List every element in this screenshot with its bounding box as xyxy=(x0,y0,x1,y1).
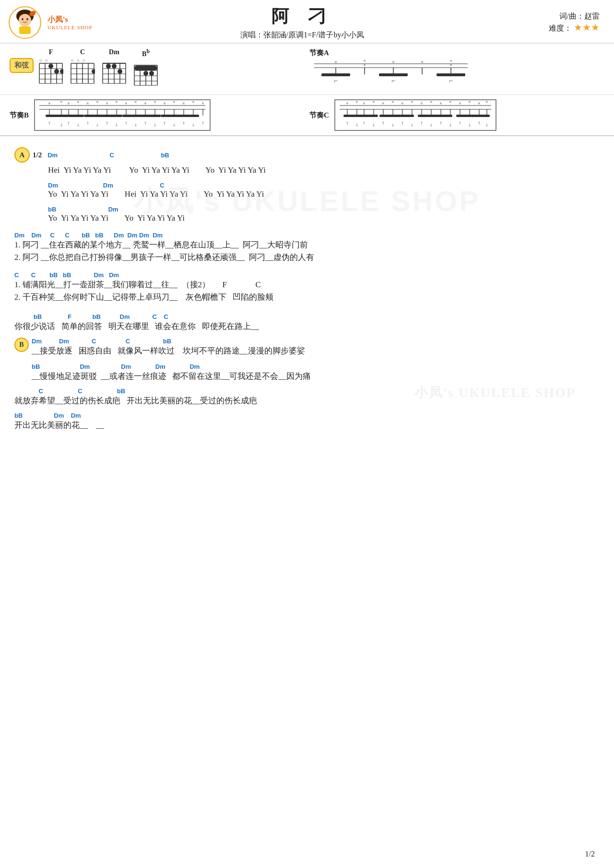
svg-text:×: × xyxy=(459,101,461,106)
svg-text:↓: ↓ xyxy=(355,121,358,127)
chord-C-name: C xyxy=(80,48,85,56)
svg-text:○: ○ xyxy=(39,58,42,63)
chord-F-name: F xyxy=(49,48,53,56)
svg-text:↓: ↓ xyxy=(372,121,375,127)
svg-text:×: × xyxy=(163,101,166,106)
chord-Bb-name: Bb xyxy=(142,48,150,58)
difficulty-area: 词/曲：赵雷 难度： ★★★ xyxy=(504,12,600,34)
svg-text:○: ○ xyxy=(45,58,47,63)
svg-text:×: × xyxy=(134,99,137,105)
section-A-marker: A xyxy=(14,147,30,163)
difficulty-stars: ★★★ xyxy=(574,24,600,32)
svg-text:×: × xyxy=(363,101,366,106)
svg-point-47 xyxy=(112,64,117,69)
rhythm-C-section: 节奏C × × × × × × × × × × × × × × × × xyxy=(300,99,600,131)
svg-text:×: × xyxy=(154,99,156,105)
svg-text:×: × xyxy=(411,99,413,105)
section-B-line3-lyrics: 就放弃希望__受过的伤长成疤 开出无比美丽的花__受过的伤长成疤 xyxy=(14,395,600,406)
svg-text:↑: ↑ xyxy=(439,120,442,126)
svg-text:○: ○ xyxy=(83,58,85,63)
svg-text:×: × xyxy=(478,101,481,106)
svg-text:○: ○ xyxy=(71,58,73,63)
svg-text:↓: ↓ xyxy=(391,121,394,127)
svg-point-21 xyxy=(60,69,63,74)
svg-text:×: × xyxy=(485,99,488,105)
svg-text:×: × xyxy=(144,101,147,106)
section-A-line3-lyrics: Yo Yi Ya Yi Ya Yi Yo Yi Ya Yi Ya Yi xyxy=(48,213,600,223)
svg-text:↓: ↓ xyxy=(192,121,195,127)
svg-text:×: × xyxy=(382,101,385,106)
numbered-lyric1-2: 2. 阿刁 __你总把自己打扮得像__男孩子一样__可比格桑还顽强__ 阿刁__… xyxy=(14,252,600,263)
svg-point-3 xyxy=(22,18,24,20)
svg-text:↑: ↑ xyxy=(346,120,349,126)
svg-text:↓: ↓ xyxy=(154,121,156,127)
svg-text:↑: ↑ xyxy=(182,120,185,126)
svg-text:×: × xyxy=(449,99,452,105)
chord-Dm: Dm xyxy=(102,48,127,85)
svg-rect-120 xyxy=(84,115,122,117)
svg-text:↑: ↑ xyxy=(48,120,51,126)
svg-text:⌐: ⌐ xyxy=(449,77,453,84)
section-A-line1-chords: Dm C bB xyxy=(47,152,600,159)
song-title: 阿 刁 xyxy=(101,5,504,28)
svg-text:↓: ↓ xyxy=(173,121,176,127)
svg-text:↑: ↑ xyxy=(363,120,366,126)
svg-text:↓: ↓ xyxy=(449,121,452,127)
section-A-line1-lyrics: Hei Yi Ya Yi Ya Yi Yo Yi Ya Yi Ya Yi Yo … xyxy=(48,165,600,175)
svg-text:×: × xyxy=(363,62,366,68)
svg-text:⌐: ⌐ xyxy=(334,77,338,84)
svg-text:×: × xyxy=(201,101,204,106)
svg-rect-177 xyxy=(418,115,452,117)
svg-point-48 xyxy=(118,69,122,74)
composer-label: 词/曲：赵雷 xyxy=(559,12,600,20)
svg-text:×: × xyxy=(391,99,394,105)
svg-text:×: × xyxy=(346,101,349,106)
svg-rect-78 xyxy=(437,73,465,76)
rhythm-A-label: 节奏A xyxy=(309,48,600,58)
svg-rect-121 xyxy=(122,115,161,117)
svg-text:×: × xyxy=(420,101,423,106)
section-B-lyrics-intro: 你很少说话 简单的回答 明天在哪里 谁会在意你 即使死在路上__ xyxy=(14,321,600,332)
svg-text:↑: ↑ xyxy=(382,120,385,126)
svg-text:↓: ↓ xyxy=(77,121,80,127)
rhythm-C-diagram: × × × × × × × × × × × × × × × × xyxy=(334,99,497,131)
svg-rect-122 xyxy=(161,115,199,117)
chord-section-label: 和弦 xyxy=(10,58,34,73)
svg-text:×: × xyxy=(48,101,51,106)
song-info: 演唱：张韶涵/原调1=F/谱子by小小凤 xyxy=(101,30,504,40)
rhythm-B-label: 节奏B xyxy=(10,111,29,120)
svg-text:↑: ↑ xyxy=(459,120,461,126)
logo-name: 小凤's xyxy=(47,15,93,24)
svg-point-35 xyxy=(92,69,95,74)
svg-rect-77 xyxy=(379,73,408,76)
svg-text:×: × xyxy=(355,99,358,105)
svg-text:×: × xyxy=(449,62,452,68)
svg-text:×: × xyxy=(86,101,89,106)
svg-text:↓: ↓ xyxy=(60,121,63,127)
svg-text:×: × xyxy=(468,99,471,105)
svg-text:×: × xyxy=(430,99,433,105)
svg-text:↑: ↑ xyxy=(478,120,481,126)
svg-rect-176 xyxy=(379,115,414,117)
header: 小凤's UKULELE SHOP 阿 刁 演唱：张韶涵/原调1=F/谱子by小… xyxy=(0,0,614,44)
logo-sub: UKULELE SHOP xyxy=(47,24,93,30)
svg-text:×: × xyxy=(401,101,404,106)
svg-point-20 xyxy=(54,69,59,74)
svg-text:↓: ↓ xyxy=(134,121,137,127)
svg-text:↓: ↓ xyxy=(485,121,488,127)
svg-rect-59 xyxy=(134,66,157,70)
svg-text:↓: ↓ xyxy=(468,121,471,127)
svg-rect-6 xyxy=(19,26,31,34)
difficulty-label: 难度： xyxy=(549,24,572,32)
svg-text:↑: ↑ xyxy=(125,120,128,126)
sheet-section: A 1/2 Dm C bB Hei Yi Ya Yi Ya Yi Yo Yi Y… xyxy=(0,136,614,445)
rhythm-A-section: 节奏A × × × × × × × ⌐ ⌐ ⌐ xyxy=(300,48,600,91)
logo-area: 小凤's UKULELE SHOP xyxy=(5,6,101,39)
svg-text:↓: ↓ xyxy=(411,121,413,127)
svg-text:↓: ↓ xyxy=(430,121,433,127)
svg-text:×: × xyxy=(173,99,176,105)
svg-text:×: × xyxy=(115,99,118,105)
chord-Bb: Bb xyxy=(133,48,158,87)
chord-C: C ○ ○ ○ xyxy=(70,48,95,85)
svg-text:↑: ↑ xyxy=(67,120,70,126)
